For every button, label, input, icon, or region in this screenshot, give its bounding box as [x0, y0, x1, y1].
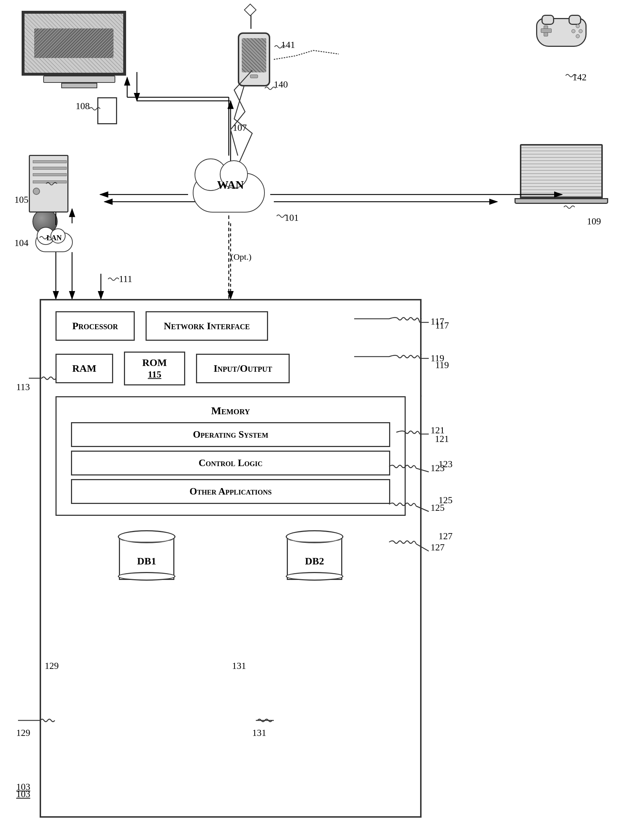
ram-box: RAM: [55, 354, 113, 383]
tv-monitor: [22, 11, 137, 97]
control-logic-box: Control Logic: [71, 451, 390, 475]
ref-141: 141: [281, 39, 295, 51]
ref-140: 140: [274, 79, 288, 90]
game-controller: [536, 18, 586, 47]
diagram-container: 108 105 LAN 104 WAN 1: [0, 0, 637, 840]
settop-box: [97, 97, 117, 124]
ref-117: 117: [430, 316, 444, 327]
ref-142: 142: [572, 72, 586, 83]
ref-113: 113: [16, 382, 30, 393]
ref-121: 121: [430, 425, 444, 436]
os-box: Operating System: [71, 422, 390, 447]
network-interface-box: Network Interface: [145, 311, 268, 341]
ref-108: 108: [76, 101, 90, 112]
ref-129: 129: [16, 728, 30, 739]
processor-box: Processor: [55, 311, 135, 341]
ref-109: 109: [587, 216, 601, 227]
ref-107: 107: [233, 123, 247, 133]
opt-label: (Opt.): [231, 252, 251, 262]
ref-125: 125: [430, 502, 444, 513]
server: [29, 155, 68, 234]
db2-unit: DB2: [286, 530, 343, 581]
ref-105: 105: [14, 194, 28, 205]
ref-123: 123: [430, 463, 444, 474]
main-device-box: Processor Network Interface 117 RAM ROM …: [40, 299, 422, 818]
db2-label: DB2: [305, 556, 324, 567]
component-row-2: RAM ROM 115 Input/Output: [41, 348, 420, 393]
memory-section: Memory Operating System Control Logic Ot…: [55, 396, 406, 516]
wan-cloud: WAN: [187, 155, 270, 213]
memory-label: Memory: [64, 404, 397, 417]
db1-unit: DB1: [118, 530, 175, 581]
db1-label: DB1: [137, 556, 156, 567]
ref-101: 101: [285, 213, 299, 223]
lan-label: LAN: [46, 234, 62, 242]
ref-111: 111: [119, 274, 132, 284]
ref-119: 119: [430, 353, 444, 364]
ref-103: 103: [16, 789, 30, 800]
laptop: [520, 144, 608, 204]
component-row-1: Processor Network Interface: [41, 300, 420, 348]
db-row: DB1 DB2: [41, 523, 420, 588]
rom-box: ROM 115: [124, 352, 185, 385]
lan-cloud: LAN: [32, 223, 76, 252]
ref-129-inner: 129: [45, 661, 59, 671]
ref-104: 104: [14, 238, 28, 248]
ref-127-inner: 127: [438, 531, 452, 542]
io-box: Input/Output: [196, 354, 290, 383]
other-apps-box: Other Applications: [71, 479, 390, 504]
ref-131: 131: [252, 728, 266, 739]
wan-label: WAN: [217, 178, 244, 192]
tv-screen: [22, 11, 126, 76]
mobile-phone: [238, 32, 270, 87]
ref-127: 127: [430, 542, 444, 553]
ref-131-inner: 131: [232, 661, 246, 671]
